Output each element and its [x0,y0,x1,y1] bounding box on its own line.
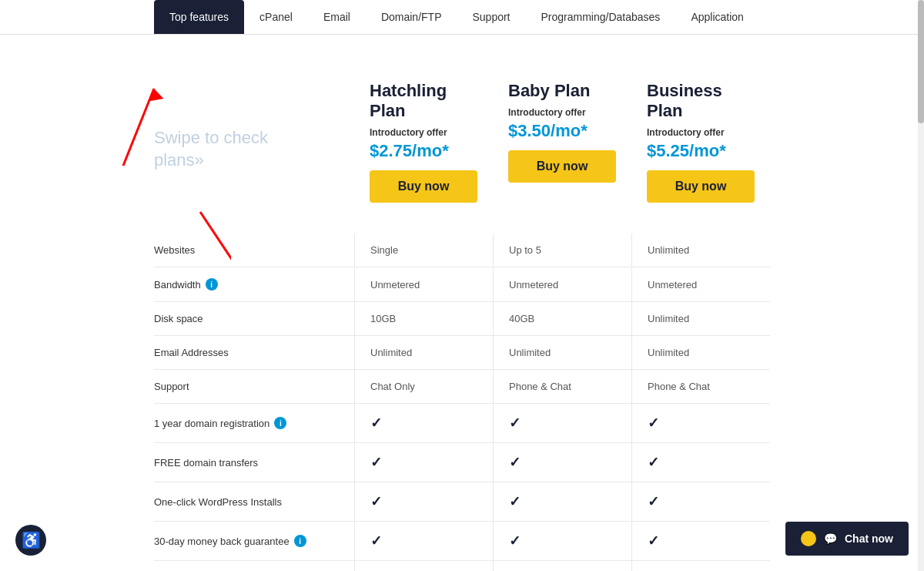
main-content: Swipe to check plans» Hatchling Plan Int… [0,35,924,571]
business-buy-button[interactable]: Buy now [647,170,755,203]
feature-value-plan-2-row-6: ✓ [631,443,770,482]
feature-value-plan-1-row-6: ✓ [493,443,631,482]
feature-value-plan-2-row-2: Unlimited [631,302,770,335]
feature-label-7: One-click WordPress Installs [154,485,354,519]
checkmark-icon: ✓ [509,494,521,509]
plan-business: Business Plan Introductory offer $5.25/m… [631,73,770,218]
chat-label: Chat now [845,532,893,545]
feature-label-4: Support [154,370,354,403]
feature-value-plan-2-row-5: ✓ [631,404,770,442]
checkmark-icon: ✓ [370,494,382,509]
scrollbar[interactable] [918,0,924,571]
nav-tab-top-features[interactable]: Top features [154,0,244,34]
feature-label-6: FREE domain transfers [154,446,354,479]
table-row: 30-day money back guaranteei✓✓✓ [154,522,770,561]
hatchling-buy-button[interactable]: Buy now [370,170,477,203]
feature-value-plan-2-row-3: Unlimited [631,336,770,369]
accessibility-icon: ♿ [22,531,41,549]
feature-value-plan-0-row-6: ✓ [354,443,493,482]
table-row: Email AddressesUnlimitedUnlimitedUnlimit… [154,336,770,370]
feature-label-5: 1 year domain registrationi [154,406,354,440]
svg-line-0 [123,89,154,166]
feature-value-plan-1-row-7: ✓ [493,482,631,521]
feature-value-plan-1-row-0: Up to 5 [493,233,631,267]
nav-tabs: Top featurescPanelEmailDomain/FTPSupport… [0,0,924,35]
feature-value-plan-2-row-9: ✓ [631,561,770,571]
swipe-text: Swipe to check plans» [154,127,293,171]
table-row: 1 year domain registrationi✓✓✓ [154,404,770,443]
feature-table: WebsitesSingleUp to 5UnlimitedBandwidthi… [154,233,770,571]
nav-tab-domain-ftp[interactable]: Domain/FTP [366,0,457,34]
feature-value-plan-1-row-1: Unmetered [493,268,631,301]
nav-tab-support[interactable]: Support [457,0,525,34]
table-row: WebsitesSingleUp to 5Unlimited [154,233,770,267]
checkmark-icon: ✓ [648,494,659,509]
feature-label-1: Bandwidthi [154,267,354,301]
chat-widget[interactable]: 💬 Chat now [785,522,909,556]
feature-value-plan-0-row-2: 10GB [354,302,493,335]
plan-hatchling: Hatchling Plan Introductory offer $2.75/… [354,73,493,218]
feature-value-plan-1-row-5: ✓ [493,404,631,442]
business-price: $5.25/mo* [647,141,755,161]
feature-value-plan-1-row-9: ✓ [493,561,631,571]
feature-label-3: Email Addresses [154,336,354,369]
nav-tab-programming-databases[interactable]: Programming/Databases [526,0,676,34]
hatchling-plan-name: Hatchling Plan [370,81,477,121]
feature-value-plan-0-row-1: Unmetered [354,268,493,301]
checkmark-icon: ✓ [509,533,521,549]
feature-value-plan-2-row-1: Unmetered [631,268,770,301]
checkmark-icon: ✓ [509,455,521,470]
table-row: Disk space10GB40GBUnlimited [154,302,770,336]
business-intro-label: Introductory offer [647,127,755,138]
hatchling-price: $2.75/mo* [370,141,477,161]
table-row: FREE domain transfers✓✓✓ [154,443,770,482]
info-icon[interactable]: i [206,278,218,291]
feature-value-plan-2-row-0: Unlimited [631,233,770,267]
checkmark-icon: ✓ [370,455,382,470]
feature-value-plan-1-row-3: Unlimited [493,336,631,369]
feature-label-0: Websites [154,233,354,267]
nav-tab-application[interactable]: Application [675,0,759,34]
feature-value-plan-2-row-8: ✓ [631,522,770,560]
info-icon[interactable]: i [294,535,306,547]
feature-value-plan-0-row-5: ✓ [354,404,493,442]
info-icon[interactable]: i [274,417,286,429]
checkmark-icon: ✓ [370,533,382,549]
baby-buy-button[interactable]: Buy now [508,150,616,183]
feature-value-plan-0-row-4: Chat Only [354,370,493,403]
nav-tab-cpanel[interactable]: cPanel [244,0,308,34]
accessibility-button[interactable]: ♿ [15,525,46,556]
feature-value-plan-0-row-0: Single [354,233,493,267]
checkmark-icon: ✓ [648,455,659,470]
checkmark-icon: ✓ [370,415,382,431]
nav-tab-email[interactable]: Email [308,0,366,34]
scrollbar-thumb[interactable] [918,0,924,123]
baby-intro-label: Introductory offer [508,107,616,118]
feature-label-2: Disk space [154,302,354,335]
feature-value-plan-0-row-3: Unlimited [354,336,493,369]
plan-baby: Baby Plan Introductory offer $3.50/mo* B… [493,73,631,218]
table-row: Auto-renewed SSL certificationi✓✓✓ [154,561,770,571]
feature-value-plan-0-row-8: ✓ [354,522,493,560]
checkmark-icon: ✓ [509,415,521,431]
table-row: One-click WordPress Installs✓✓✓ [154,482,770,522]
hatchling-intro-label: Introductory offer [370,127,477,138]
checkmark-icon: ✓ [648,533,659,549]
feature-value-plan-2-row-4: Phone & Chat [631,370,770,403]
table-row: SupportChat OnlyPhone & ChatPhone & Chat [154,370,770,404]
feature-value-plan-2-row-7: ✓ [631,482,770,521]
checkmark-icon: ✓ [648,415,659,431]
feature-value-plan-1-row-8: ✓ [493,522,631,560]
feature-value-plan-1-row-2: 40GB [493,302,631,335]
chat-icon: 💬 [824,532,837,545]
baby-plan-name: Baby Plan [508,81,616,101]
feature-value-plan-0-row-7: ✓ [354,482,493,521]
feature-label-9: Auto-renewed SSL certificationi [154,563,354,571]
baby-price: $3.50/mo* [508,121,616,141]
feature-value-plan-0-row-9: ✓ [354,561,493,571]
feature-label-8: 30-day money back guaranteei [154,524,354,558]
feature-value-plan-1-row-4: Phone & Chat [493,370,631,403]
business-plan-name: Business Plan [647,81,755,121]
table-row: BandwidthiUnmeteredUnmeteredUnmetered [154,267,770,302]
